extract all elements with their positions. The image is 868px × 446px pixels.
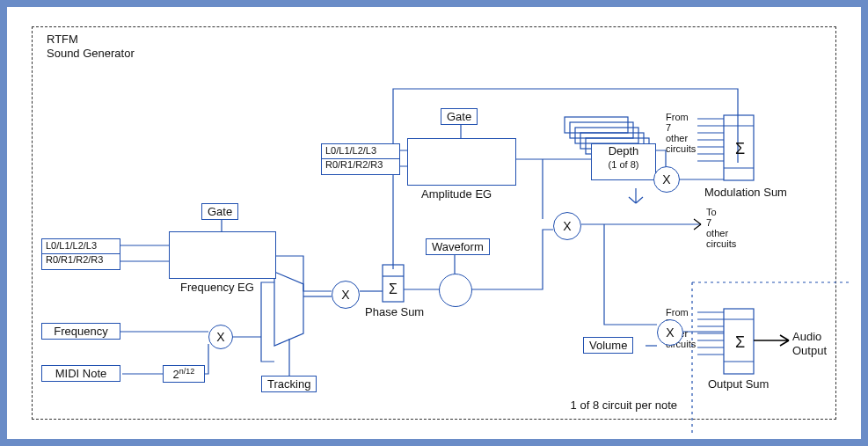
to7a: To [706, 207, 717, 217]
freq-eg-label: Frequency EG [180, 281, 254, 294]
svg-rect-2 [570, 122, 633, 138]
frame-outer: RTFM Sound Generator 1 of 8 circuit per … [0, 0, 868, 446]
mult-volume: X [657, 319, 683, 346]
amp-eg-box [407, 138, 516, 186]
depth-label: Depth [609, 144, 639, 157]
mult-depth: X [653, 166, 680, 193]
mod-from-b: 7 [666, 122, 671, 133]
wires: Σ Σ Σ [33, 27, 851, 435]
two-pow-exp: n/12 [179, 367, 195, 376]
two-pow-base: 2 [173, 368, 179, 381]
svg-text:Σ: Σ [389, 281, 398, 296]
phase-sum-label: Phase Sum [365, 305, 424, 318]
to7b: 7 [706, 217, 711, 228]
mult-amp: X [553, 212, 581, 240]
amp-eg-params: L0/L1/L2/L3 R0/R1/R2/R3 [321, 143, 400, 175]
mod-from-d: circuits [666, 143, 696, 154]
out-sum-label: Output Sum [708, 377, 769, 391]
audio-out1: Audio [792, 330, 821, 343]
volume-box: Volume [583, 337, 633, 354]
svg-rect-3 [575, 128, 638, 143]
freq-eg-params: L0/L1/L2/L3 R0/R1/R2/R3 [41, 238, 120, 270]
svg-text:Σ: Σ [735, 140, 745, 157]
depth-box: Depth (1 of 8) [591, 143, 656, 180]
waveform-osc-icon [439, 274, 472, 307]
mult-phase-in: X [332, 281, 360, 309]
mult-freq-midi: X [208, 325, 233, 349]
frequency-box: Frequency [41, 323, 120, 340]
freq-eg-box [169, 231, 276, 279]
midi-note-box: MIDI Note [41, 365, 120, 382]
to7d: circuits [706, 238, 736, 249]
freq-eg-L: L0/L1/L2/L3 [46, 240, 97, 251]
mod-sum-label: Modulation Sum [704, 186, 787, 199]
amp-eg-R: R0/R1/R2/R3 [325, 159, 383, 170]
depth-sub: (1 of 8) [609, 159, 639, 170]
waveform-box: Waveform [426, 238, 490, 255]
gate-box-amp: Gate [441, 108, 478, 125]
mod-from-c: other [666, 133, 688, 143]
two-pow-box: 2n/12 [163, 365, 205, 383]
dashed-board: RTFM Sound Generator 1 of 8 circuit per … [32, 26, 836, 420]
to7c: other [706, 228, 728, 238]
freq-eg-R: R0/R1/R2/R3 [46, 254, 103, 265]
amp-eg-L: L0/L1/L2/L3 [325, 145, 376, 156]
out-from-a: From [666, 307, 689, 318]
svg-rect-1 [565, 117, 628, 133]
amp-eg-label: Amplitude EG [421, 187, 492, 201]
tracking-box: Tracking [261, 376, 317, 392]
mod-from-a: From [666, 112, 689, 122]
audio-out2: Output [792, 344, 827, 357]
gate-box-freq: Gate [201, 203, 238, 220]
svg-text:Σ: Σ [735, 333, 745, 351]
